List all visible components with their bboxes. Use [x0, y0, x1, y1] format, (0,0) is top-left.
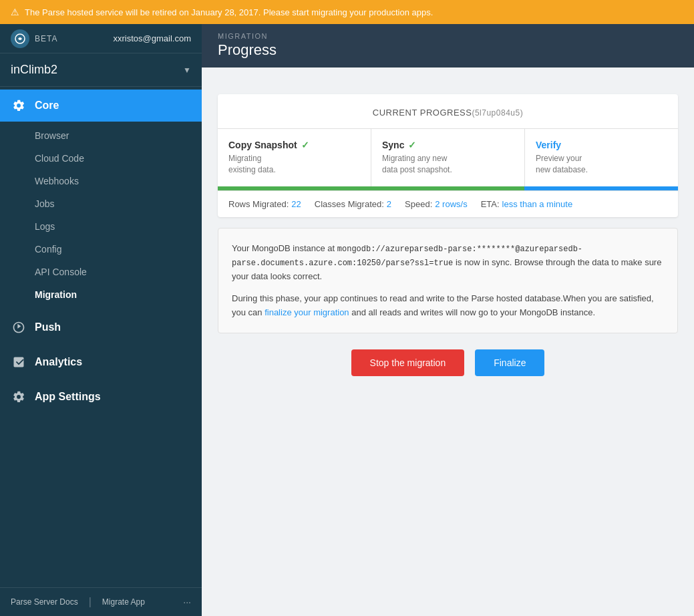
- user-email: xxristos@gmail.com: [114, 33, 192, 43]
- sync-step: Sync ✓ Migrating any new data post snaps…: [371, 129, 525, 186]
- progress-label: CURRENT PROGRESS: [373, 108, 472, 118]
- app-settings-label: App Settings: [35, 391, 101, 403]
- app-name-header[interactable]: inClimb2 ▼: [0, 53, 202, 87]
- sidebar-item-browser[interactable]: Browser: [0, 124, 202, 147]
- stats-row: Rows Migrated: 22 Classes Migrated: 2 Sp…: [218, 190, 678, 217]
- copy-snapshot-title: Copy Snapshot ✓: [228, 140, 360, 150]
- classes-label: Classes Migrated:: [315, 199, 384, 209]
- finalize-link[interactable]: finalize your migration: [265, 307, 349, 317]
- core-sub-items: Browser Cloud Code Webhooks Jobs Logs Co…: [0, 122, 202, 309]
- speed-label: Speed:: [405, 199, 432, 209]
- push-icon: [11, 319, 27, 335]
- action-row: Stop the migration Finalize: [351, 349, 545, 376]
- section-label: MIGRATION: [218, 32, 678, 40]
- parse-logo: [11, 29, 29, 48]
- classes-migrated-stat: Classes Migrated: 2: [315, 199, 391, 209]
- more-options-button[interactable]: ···: [183, 597, 191, 607]
- content-body: CURRENT PROGRESS(5l7up084u5) Copy Snapsh…: [202, 67, 694, 616]
- verify-title: Verify: [536, 140, 667, 150]
- core-section: Core Browser Cloud Code Webhooks Jobs Lo…: [0, 90, 202, 309]
- info-line2: During this phase, your app continues to…: [232, 292, 664, 320]
- verify-desc: Preview your new database.: [536, 153, 667, 176]
- progress-id: (5l7up084u5): [472, 108, 523, 118]
- beta-label: BETA: [35, 34, 57, 43]
- eta-value: less than a minute: [502, 199, 573, 209]
- info-line1: Your MongoDB instance at mongodb://azure…: [232, 242, 664, 284]
- copy-snapshot-check: ✓: [301, 140, 309, 150]
- sidebar-item-webhooks[interactable]: Webhooks: [0, 170, 202, 192]
- sidebar-item-push[interactable]: Push: [0, 311, 202, 343]
- banner-text: The Parse hosted service will be retired…: [25, 7, 433, 17]
- speed-stat: Speed: 2 rows/s: [405, 199, 468, 209]
- sidebar: BETA xxristos@gmail.com inClimb2 ▼ Core: [0, 24, 202, 616]
- app-name: inClimb2: [11, 63, 57, 77]
- sidebar-item-core[interactable]: Core: [0, 90, 202, 122]
- sidebar-footer: Parse Server Docs | Migrate App ···: [0, 587, 202, 616]
- migrate-app-link[interactable]: Migrate App: [102, 597, 145, 607]
- current-progress-label: CURRENT PROGRESS(5l7up084u5): [218, 94, 678, 128]
- sidebar-item-api-console[interactable]: API Console: [0, 261, 202, 283]
- sidebar-item-config[interactable]: Config: [0, 238, 202, 261]
- verify-bar: [524, 186, 678, 190]
- gear-icon: [11, 98, 27, 114]
- copy-snapshot-step: Copy Snapshot ✓ Migrating existing data.: [218, 129, 371, 186]
- sync-bar: [371, 186, 525, 190]
- app-settings-section: App Settings: [0, 381, 202, 413]
- rows-label: Rows Migrated:: [228, 199, 289, 209]
- finalize-button[interactable]: Finalize: [475, 349, 544, 376]
- eta-label: ETA:: [481, 199, 500, 209]
- progress-bars: [218, 186, 678, 190]
- sidebar-item-cloud-code[interactable]: Cloud Code: [0, 147, 202, 170]
- sync-desc: Migrating any new data post snapshot.: [382, 153, 514, 176]
- classes-value: 2: [387, 199, 391, 209]
- sidebar-item-analytics[interactable]: Analytics: [0, 346, 202, 378]
- content-header: MIGRATION Progress: [202, 24, 694, 67]
- rows-migrated-stat: Rows Migrated: 22: [228, 199, 301, 209]
- sidebar-item-logs[interactable]: Logs: [0, 215, 202, 238]
- progress-steps: Copy Snapshot ✓ Migrating existing data.…: [218, 128, 678, 186]
- verify-step: Verify Preview your new database.: [525, 129, 678, 186]
- copy-snapshot-bar: [218, 186, 371, 190]
- progress-card: CURRENT PROGRESS(5l7up084u5) Copy Snapsh…: [218, 94, 678, 217]
- info-box: Your MongoDB instance at mongodb://azure…: [218, 228, 678, 334]
- main-content: MIGRATION Progress CURRENT PROGRESS(5l7u…: [202, 24, 694, 616]
- sync-check: ✓: [408, 140, 416, 150]
- push-section: Push: [0, 311, 202, 343]
- top-bar: BETA xxristos@gmail.com: [0, 24, 202, 53]
- warning-banner: ⚠ The Parse hosted service will be retir…: [0, 0, 694, 24]
- push-label: Push: [35, 321, 61, 333]
- parse-server-docs-link[interactable]: Parse Server Docs: [11, 597, 78, 607]
- sidebar-item-app-settings[interactable]: App Settings: [0, 381, 202, 413]
- sidebar-item-jobs[interactable]: Jobs: [0, 192, 202, 215]
- speed-value: 2 rows/s: [435, 199, 467, 209]
- eta-stat: ETA: less than a minute: [481, 199, 572, 209]
- sidebar-nav: Core Browser Cloud Code Webhooks Jobs Lo…: [0, 87, 202, 587]
- rows-value: 22: [291, 199, 301, 209]
- chevron-down-icon: ▼: [183, 65, 191, 75]
- sidebar-item-migration[interactable]: Migration: [0, 283, 202, 306]
- page-title: Progress: [218, 41, 678, 59]
- sync-title: Sync ✓: [382, 140, 514, 150]
- core-label: Core: [35, 100, 59, 112]
- analytics-label: Analytics: [35, 356, 82, 368]
- copy-snapshot-desc: Migrating existing data.: [228, 153, 360, 176]
- analytics-icon: [11, 354, 27, 370]
- settings-icon: [11, 389, 27, 405]
- analytics-section: Analytics: [0, 346, 202, 378]
- warning-icon: ⚠: [11, 7, 19, 17]
- stop-migration-button[interactable]: Stop the migration: [351, 349, 465, 376]
